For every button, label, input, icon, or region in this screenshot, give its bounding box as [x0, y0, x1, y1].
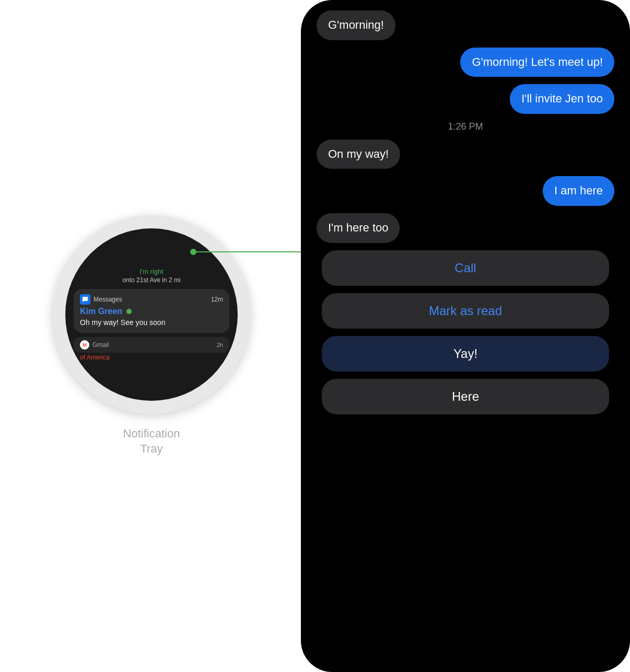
here-action-button[interactable]: Here: [322, 379, 609, 414]
message-gmorning-sent: G'morning! Let's meet up!: [317, 48, 614, 77]
notif-message: Oh my way! See you soon: [80, 318, 223, 328]
bubble-text: G'morning!: [317, 10, 395, 40]
bubble-text: On my way!: [317, 140, 400, 169]
bubble-text: I'll invite Jen too: [510, 84, 614, 114]
message-on-my-way: On my way!: [317, 140, 614, 169]
bubble-text: G'morning! Let's meet up!: [460, 48, 614, 77]
watch-circle: I'm right onto 21st Ave in 2 mi Messages: [52, 215, 251, 414]
left-panel: I'm right onto 21st Ave in 2 mi Messages: [0, 0, 303, 672]
gmail-app-name: Gmail: [92, 341, 109, 349]
notification-card[interactable]: Messages 12m Kim Green Oh my way! See yo…: [74, 289, 229, 333]
mark-as-read-button[interactable]: Mark as read: [322, 293, 609, 329]
message-timestamp: 1:26 PM: [317, 121, 614, 132]
bubble-text: I'm here too: [317, 213, 400, 243]
bank-preview: of America: [74, 353, 229, 362]
message-gmorning-received: G'morning!: [317, 10, 614, 40]
bubble-text: I am here: [543, 176, 614, 206]
watch-screen: I'm right onto 21st Ave in 2 mi Messages: [65, 228, 238, 401]
yay-action-button[interactable]: Yay!: [322, 336, 609, 372]
gmail-time: 2h: [217, 342, 223, 348]
message-im-here-too: I'm here too: [317, 213, 614, 243]
notification-tray-label: NotificationTray: [123, 426, 180, 456]
gmail-row: M Gmail 2h: [74, 337, 229, 353]
call-action-button[interactable]: Call: [322, 250, 609, 286]
message-i-am-here: I am here: [317, 176, 614, 206]
messages-list: G'morning! G'morning! Let's meet up! I'l…: [301, 0, 630, 672]
message-invite-jen: I'll invite Jen too: [317, 84, 614, 114]
notif-sender: Kim Green: [80, 307, 223, 316]
nav-green-text: I'm right: [74, 268, 229, 275]
notif-app-name: Messages: [94, 296, 122, 303]
phone-screen: G'morning! G'morning! Let's meet up! I'l…: [301, 0, 630, 672]
nav-sub-text: onto 21st Ave in 2 mi: [74, 276, 229, 284]
gmail-icon: M: [80, 340, 89, 350]
notif-time: 12m: [211, 296, 223, 303]
unread-dot: [126, 309, 132, 314]
messages-app-icon: [80, 294, 90, 305]
